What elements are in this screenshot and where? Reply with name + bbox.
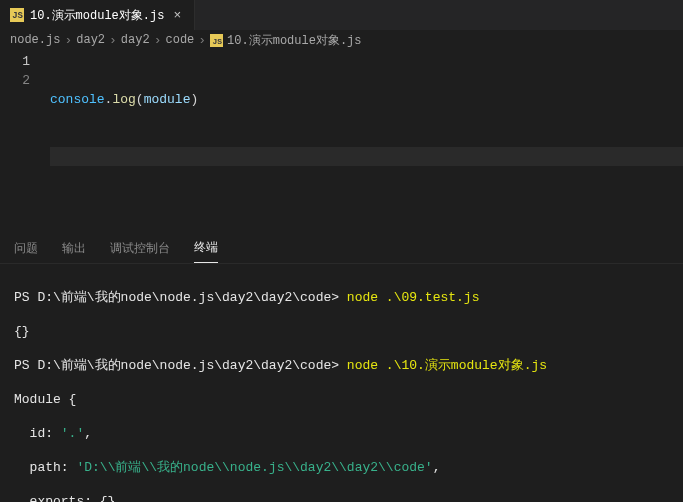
- js-file-icon: JS: [10, 8, 24, 22]
- code-area[interactable]: console.log(module): [50, 52, 683, 204]
- line-number: 2: [0, 71, 30, 90]
- editor-tab[interactable]: JS 10.演示module对象.js ×: [0, 0, 195, 30]
- token-method: log: [112, 92, 135, 107]
- js-file-icon: JS: [210, 34, 223, 47]
- terminal[interactable]: PS D:\前端\我的node\node.js\day2\day2\code> …: [0, 264, 683, 502]
- terminal-line: exports: {},: [14, 493, 669, 502]
- code-editor[interactable]: 1 2 console.log(module): [0, 50, 683, 204]
- value-string: 'D:\\前端\\我的node\\node.js\\day2\\day2\\co…: [76, 460, 432, 475]
- tab-problems[interactable]: 问题: [14, 240, 38, 263]
- comma: ,: [433, 460, 441, 475]
- token-object: console: [50, 92, 105, 107]
- terminal-line: PS D:\前端\我的node\node.js\day2\day2\code> …: [14, 357, 669, 374]
- prompt-prefix: PS: [14, 358, 37, 373]
- token-paren: ): [190, 92, 198, 107]
- breadcrumb: node.js › day2 › day2 › code › JS 10.演示m…: [0, 30, 683, 50]
- prompt-prefix: PS: [14, 290, 37, 305]
- token-arg: module: [144, 92, 191, 107]
- panel-tabs: 问题 输出 调试控制台 终端: [0, 234, 683, 264]
- breadcrumb-item[interactable]: day2: [76, 33, 105, 47]
- label: id:: [14, 426, 61, 441]
- terminal-line: path: 'D:\\前端\\我的node\\node.js\\day2\\da…: [14, 459, 669, 476]
- value-string: '.': [61, 426, 84, 441]
- breadcrumb-item[interactable]: day2: [121, 33, 150, 47]
- chevron-right-icon: ›: [64, 34, 72, 47]
- breadcrumb-item[interactable]: node.js: [10, 33, 60, 47]
- comma: ,: [84, 426, 92, 441]
- code-line[interactable]: [50, 147, 683, 166]
- terminal-line: id: '.',: [14, 425, 669, 442]
- chevron-right-icon: ›: [198, 34, 206, 47]
- line-number-gutter: 1 2: [0, 52, 50, 204]
- prompt-path: D:\前端\我的node\node.js\day2\day2\code>: [37, 358, 339, 373]
- line-number: 1: [0, 52, 30, 71]
- prompt-path: D:\前端\我的node\node.js\day2\day2\code>: [37, 290, 339, 305]
- terminal-command: node .\09.test.js: [339, 290, 479, 305]
- chevron-right-icon: ›: [109, 34, 117, 47]
- terminal-line: PS D:\前端\我的node\node.js\day2\day2\code> …: [14, 289, 669, 306]
- chevron-right-icon: ›: [154, 34, 162, 47]
- code-line[interactable]: console.log(module): [50, 90, 683, 109]
- terminal-line: Module {: [14, 391, 669, 408]
- terminal-command: node .\10.演示module对象.js: [339, 358, 547, 373]
- tab-output[interactable]: 输出: [62, 240, 86, 263]
- breadcrumb-file[interactable]: 10.演示module对象.js: [227, 32, 361, 49]
- terminal-line: {}: [14, 323, 669, 340]
- label: path:: [14, 460, 76, 475]
- tab-bar: JS 10.演示module对象.js ×: [0, 0, 683, 30]
- tab-debug-console[interactable]: 调试控制台: [110, 240, 170, 263]
- token-paren: (: [136, 92, 144, 107]
- close-icon[interactable]: ×: [170, 8, 184, 22]
- tab-title: 10.演示module对象.js: [30, 7, 164, 24]
- breadcrumb-item[interactable]: code: [165, 33, 194, 47]
- tab-terminal[interactable]: 终端: [194, 239, 218, 263]
- panel: 问题 输出 调试控制台 终端 PS D:\前端\我的node\node.js\d…: [0, 234, 683, 502]
